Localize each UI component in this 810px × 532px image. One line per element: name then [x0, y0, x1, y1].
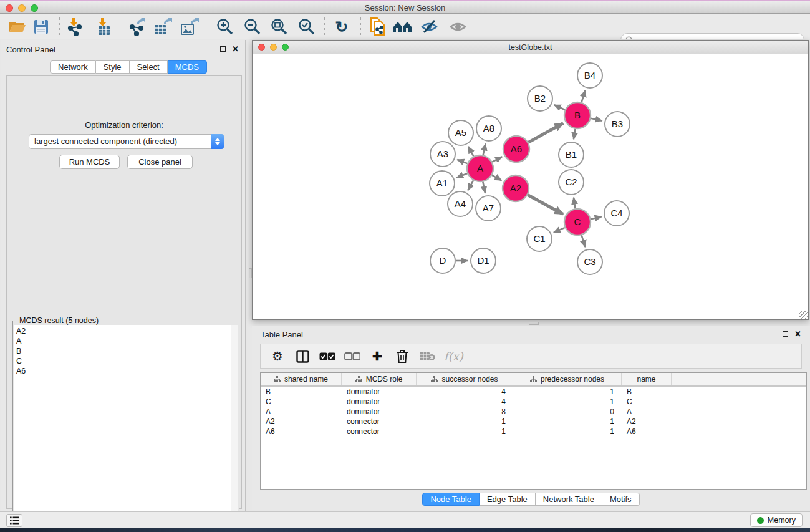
table-tab-node-table[interactable]: Node Table: [422, 493, 480, 506]
graph-edge-A-A3[interactable]: [457, 160, 467, 163]
graph-node-C4[interactable]: C4: [604, 201, 629, 226]
table-cell[interactable]: 1: [513, 417, 622, 427]
table-cell[interactable]: dominator: [342, 387, 417, 397]
zoom-selected-button[interactable]: [297, 17, 317, 36]
float-panel-icon[interactable]: [220, 46, 226, 52]
apply-layout-button[interactable]: ↻: [332, 17, 352, 36]
mcds-result-item[interactable]: C: [14, 356, 231, 366]
close-panel-icon[interactable]: ✕: [232, 46, 239, 52]
table-settings-button[interactable]: ⚙: [269, 348, 286, 364]
task-history-button[interactable]: [6, 514, 22, 527]
graph-edge-A-A5[interactable]: [468, 147, 474, 157]
column-header-predecessor-nodes[interactable]: predecessor nodes: [513, 373, 622, 385]
column-header-name[interactable]: name: [622, 373, 672, 385]
open-session-button[interactable]: [7, 17, 27, 36]
window-resize-grip[interactable]: [799, 311, 808, 319]
import-network-button[interactable]: [65, 17, 85, 36]
graph-node-A2[interactable]: A2: [503, 175, 529, 201]
table-row[interactable]: A2connector11A2: [261, 417, 806, 427]
table-row[interactable]: A6connector11A6: [261, 427, 806, 437]
mcds-result-list[interactable]: A2ABCA6: [14, 325, 231, 532]
table-cell[interactable]: 4: [417, 387, 513, 397]
vertical-splitter-handle[interactable]: [249, 268, 252, 278]
horizontal-splitter-handle[interactable]: [529, 322, 539, 325]
hide-graphics-details-button[interactable]: [420, 17, 440, 36]
graph-edge-C-C1[interactable]: [554, 228, 565, 233]
graph-node-A4[interactable]: A4: [448, 191, 473, 216]
table-cell[interactable]: A: [261, 407, 342, 417]
graph-edge-A-A8[interactable]: [483, 143, 486, 155]
table-cell[interactable]: 1: [513, 427, 622, 437]
table-cell[interactable]: 0: [513, 407, 622, 417]
graph-node-A8[interactable]: A8: [476, 116, 501, 141]
memory-button[interactable]: Memory: [750, 513, 803, 527]
toggle-panels-button[interactable]: [294, 348, 311, 364]
table-cell[interactable]: A2: [622, 417, 672, 427]
export-network-button[interactable]: [127, 17, 147, 36]
graph-edge-A-A7[interactable]: [483, 182, 485, 193]
table-cell[interactable]: A2: [261, 417, 342, 427]
tab-network[interactable]: Network: [50, 60, 96, 74]
table-cell[interactable]: C: [261, 397, 342, 407]
table-cell[interactable]: A6: [622, 427, 672, 437]
graph-node-B2[interactable]: B2: [528, 86, 552, 111]
graph-edge-A-A6[interactable]: [492, 157, 502, 162]
graph-edge-A-A4[interactable]: [468, 180, 473, 190]
zoom-fit-button[interactable]: [269, 17, 289, 36]
show-hide-button[interactable]: [448, 17, 468, 36]
table-cell[interactable]: C: [622, 397, 672, 407]
graph-node-C3[interactable]: C3: [577, 249, 602, 274]
table-cell[interactable]: connector: [342, 417, 417, 427]
table-cell[interactable]: A: [622, 407, 672, 417]
table-row[interactable]: Adominator80A: [261, 407, 806, 417]
graph-node-B4[interactable]: B4: [577, 63, 602, 88]
graph-edge-B-B2[interactable]: [554, 105, 565, 110]
deselect-all-button[interactable]: [344, 348, 360, 364]
mcds-result-scrollbar[interactable]: [231, 325, 238, 532]
network-canvas[interactable]: B4B2BB3A8A5A6A3B1AC2A1A2A4A7C4CC1C3DD1: [253, 54, 808, 319]
table-cell[interactable]: 4: [417, 397, 513, 407]
table-cell[interactable]: B: [622, 387, 672, 397]
tab-style[interactable]: Style: [96, 60, 130, 74]
graph-node-D1[interactable]: D1: [471, 248, 496, 273]
delete-column-button[interactable]: [394, 348, 410, 364]
export-table-button[interactable]: [153, 17, 173, 36]
graph-edge-C-C3[interactable]: [582, 235, 586, 247]
graph-edge-B-B4[interactable]: [582, 90, 586, 102]
column-header-shared-name[interactable]: shared name: [261, 373, 342, 385]
graph-edge-C-C2[interactable]: [574, 198, 576, 209]
graph-node-A1[interactable]: A1: [430, 171, 455, 196]
export-image-button[interactable]: [180, 17, 200, 36]
home-button[interactable]: [393, 17, 413, 36]
table-cell[interactable]: 1: [513, 387, 622, 397]
mcds-result-item[interactable]: A2: [14, 326, 231, 336]
graph-edge-B-B1[interactable]: [574, 129, 576, 140]
float-table-panel-icon[interactable]: [783, 331, 788, 337]
table-cell[interactable]: connector: [342, 427, 417, 437]
graph-node-B3[interactable]: B3: [605, 112, 630, 137]
mcds-result-item[interactable]: B: [14, 346, 231, 356]
graph-edge-B-B3[interactable]: [591, 118, 602, 121]
graph-node-A3[interactable]: A3: [430, 142, 455, 167]
mcds-result-item[interactable]: A6: [14, 366, 231, 376]
graph-node-A6[interactable]: A6: [503, 136, 529, 162]
graph-node-B1[interactable]: B1: [559, 142, 584, 167]
graph-edge-A-A1[interactable]: [456, 173, 467, 178]
graph-node-A7[interactable]: A7: [476, 196, 501, 221]
table-cell[interactable]: dominator: [342, 397, 417, 407]
table-tab-edge-table[interactable]: Edge Table: [480, 493, 536, 506]
table-row[interactable]: Bdominator41B: [261, 387, 806, 397]
table-cell[interactable]: 1: [513, 397, 622, 407]
column-header-MCDS-role[interactable]: MCDS role: [342, 373, 417, 385]
add-column-button[interactable]: ✚: [369, 348, 385, 364]
criterion-dropdown[interactable]: largest connected component (directed): [29, 134, 224, 149]
table-cell[interactable]: 1: [417, 427, 513, 437]
zoom-out-button[interactable]: [243, 17, 263, 36]
graph-edge-A6-B[interactable]: [528, 123, 563, 143]
table-tab-motifs[interactable]: Motifs: [602, 493, 640, 506]
mcds-result-item[interactable]: A: [14, 336, 231, 346]
tab-select[interactable]: Select: [130, 60, 168, 74]
graph-node-C1[interactable]: C1: [527, 226, 552, 251]
graph-node-A5[interactable]: A5: [448, 120, 473, 145]
table-cell[interactable]: B: [261, 387, 342, 397]
